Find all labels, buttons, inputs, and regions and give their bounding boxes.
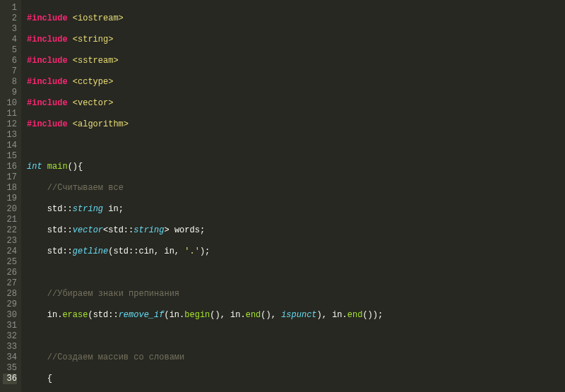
line-number: 34: [3, 352, 17, 363]
code-line: //Создаем массив со словами: [27, 352, 565, 363]
line-number: 14: [3, 141, 17, 151]
code-line: #include <iostream>: [27, 13, 565, 24]
line-number: 35: [3, 363, 17, 374]
code-line: std::vector<std::string> words;: [27, 225, 565, 236]
line-number: 31: [3, 321, 17, 331]
line-number: 1: [3, 3, 17, 13]
line-number: 27: [3, 278, 17, 289]
code-line: #include <vector>: [27, 98, 565, 109]
line-number: 33: [3, 342, 17, 352]
line-number: 2: [3, 13, 17, 24]
code-line: //Считываем все: [27, 183, 565, 194]
line-number: 36: [3, 374, 17, 384]
code-line: #include <cctype>: [27, 77, 565, 88]
code-line: std::string in;: [27, 204, 565, 215]
line-number: 18: [3, 183, 17, 194]
line-number: 25: [3, 257, 17, 268]
line-number: 19: [3, 194, 17, 204]
line-number: 4: [3, 35, 17, 45]
code-line: [27, 141, 565, 151]
line-number: 15: [3, 151, 17, 162]
code-line: std::getline(std::cin, in, '.');: [27, 247, 565, 257]
line-number: 23: [3, 236, 17, 247]
code-line: #include <algorithm>: [27, 119, 565, 130]
line-number: 12: [3, 119, 17, 130]
code-editor: 1234567891011121314151617181920212223242…: [0, 0, 565, 392]
line-number: 11: [3, 109, 17, 119]
line-number: 30: [3, 310, 17, 321]
line-number-gutter: 1234567891011121314151617181920212223242…: [0, 0, 21, 392]
code-line: #include <string>: [27, 35, 565, 45]
line-number: 21: [3, 215, 17, 225]
code-line: in.erase(std::remove_if(in.begin(), in.e…: [27, 310, 565, 321]
line-number: 32: [3, 331, 17, 342]
code-area[interactable]: #include <iostream> #include <string> #i…: [21, 0, 565, 392]
line-number: 20: [3, 204, 17, 215]
line-number: 26: [3, 268, 17, 278]
line-number: 17: [3, 172, 17, 183]
line-number: 29: [3, 299, 17, 310]
code-line: #include <sstream>: [27, 56, 565, 66]
line-number: 9: [3, 88, 17, 98]
line-number: 16: [3, 162, 17, 172]
code-line: //Убираем знаки препинания: [27, 289, 565, 299]
line-number: 28: [3, 289, 17, 299]
line-number: 22: [3, 225, 17, 236]
line-number: 6: [3, 56, 17, 66]
line-number: 13: [3, 130, 17, 141]
line-number: 5: [3, 45, 17, 56]
line-number: 8: [3, 77, 17, 88]
line-number: 10: [3, 98, 17, 109]
code-line: [27, 268, 565, 278]
line-number: 24: [3, 247, 17, 257]
line-number: 3: [3, 24, 17, 35]
line-number: 7: [3, 66, 17, 77]
code-line: int main(){: [27, 162, 565, 172]
code-line: {: [27, 374, 565, 384]
code-line: [27, 331, 565, 342]
